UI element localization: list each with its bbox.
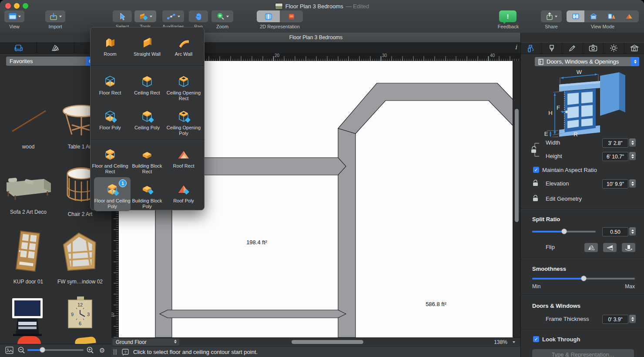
tab-materials[interactable] — [37, 42, 74, 53]
edit-geometry-button[interactable]: Edit Geometry — [546, 195, 582, 202]
view-mode-3d-segment[interactable] — [620, 10, 638, 22]
link-lock-open-icon[interactable] — [530, 141, 541, 159]
frame-thickness-stepper[interactable] — [629, 315, 636, 323]
split-ratio-field[interactable]: 0.50 — [602, 227, 628, 236]
tool-label: Straight Wall — [129, 51, 165, 57]
type-representation-button[interactable]: Type & Representation… — [532, 349, 634, 357]
category-name: Doors, Windows & Openings — [547, 58, 619, 65]
tool-label: Building Block Rect — [129, 163, 165, 175]
inspector-category-dropdown[interactable]: Doors, Windows & Openings — [535, 57, 639, 66]
view-button[interactable] — [4, 10, 24, 22]
pan-button[interactable] — [189, 10, 208, 22]
tab-camera[interactable] — [583, 43, 604, 54]
auxiliaries-button[interactable] — [162, 10, 184, 22]
lock-open-icon[interactable] — [532, 179, 539, 186]
tab-edit-pencil[interactable] — [562, 43, 583, 54]
vertical-scrollbar[interactable] — [513, 61, 520, 337]
view-mode-2d-segment[interactable] — [567, 10, 584, 22]
canvas-bottom-bar: Ground Floor 138% — [111, 337, 520, 347]
partial-thumbnail[interactable] — [17, 336, 41, 344]
zoom-window-button[interactable] — [23, 3, 28, 9]
tool-ceiling-rect[interactable]: Ceiling Rect — [129, 69, 165, 96]
info-icon[interactable]: i — [515, 44, 517, 51]
tab-light[interactable] — [604, 43, 624, 54]
flip-rotate-button[interactable] — [622, 243, 635, 252]
zoom-in-icon[interactable] — [86, 346, 94, 354]
representation-2d-segment[interactable] — [257, 10, 280, 22]
tools-button[interactable] — [134, 10, 156, 22]
width-stepper[interactable] — [629, 138, 636, 147]
lock-open-icon[interactable] — [532, 195, 539, 202]
maintain-aspect-ratio-checkbox[interactable]: ✓ — [533, 167, 539, 173]
view-mode-split-segment[interactable] — [602, 10, 620, 22]
tool-room[interactable]: Room — [92, 30, 128, 57]
inspector-tabs — [521, 42, 644, 54]
tool-roof-rect[interactable]: Roof Rect — [165, 142, 202, 169]
close-window-button[interactable] — [5, 3, 11, 9]
tool-ceiling-opening-poly[interactable]: Ceiling Opening Poly — [165, 104, 202, 136]
slider-thumb[interactable] — [40, 347, 45, 353]
library-item[interactable]: Sofa 2 Art Deco — [1, 164, 55, 215]
tab-building[interactable] — [624, 43, 644, 54]
room-area-label: 586.8 ft² — [426, 301, 446, 307]
height-stepper[interactable] — [629, 152, 636, 160]
ruler-number: 20 — [275, 53, 279, 58]
tool-floor-and-ceiling-rect[interactable]: Floor and Ceiling Rect — [92, 142, 128, 175]
sofa-thumbnail — [2, 164, 54, 205]
tab-furniture[interactable] — [0, 42, 37, 53]
canvas-zoom-level[interactable]: 138% — [494, 339, 507, 345]
zoom-chevron-icon[interactable] — [513, 341, 515, 343]
slider-thumb[interactable] — [581, 276, 587, 281]
width-field[interactable]: 3' 2.8" — [602, 138, 628, 148]
tool-straight-wall[interactable]: Straight Wall — [129, 30, 165, 57]
document-icon — [275, 3, 283, 10]
slider-thumb[interactable] — [561, 229, 567, 234]
select-button[interactable] — [113, 10, 132, 22]
view-button-label: View — [0, 24, 30, 29]
tool-roof-poly[interactable]: Roof Poly — [165, 177, 202, 204]
tab-materials-brush[interactable] — [542, 43, 563, 54]
help-icon[interactable]: ? — [122, 349, 129, 356]
horizontal-scrollbar-thumb[interactable] — [292, 340, 363, 344]
floor-selector[interactable]: Ground Floor — [113, 339, 179, 346]
minimize-window-button[interactable] — [14, 3, 20, 9]
library-collection-dropdown[interactable]: Favorites — [6, 57, 94, 66]
flip-vertical-button[interactable] — [603, 243, 617, 252]
zoom-out-icon[interactable] — [17, 346, 25, 354]
split-ratio-stepper[interactable] — [629, 227, 636, 236]
library-item[interactable]: wood — [1, 99, 55, 150]
tool-floor-rect[interactable]: Floor Rect — [92, 69, 128, 96]
import-button[interactable] — [45, 10, 65, 22]
flip-horizontal-button[interactable] — [584, 243, 598, 252]
tool-building-block-rect[interactable]: Building Block Rect — [129, 142, 165, 175]
elevation-field[interactable]: 10' 9.9" — [602, 179, 628, 189]
share-button[interactable] — [541, 10, 562, 22]
feedback-button[interactable]: ! — [499, 10, 517, 22]
vertical-scrollbar-thumb[interactable] — [515, 109, 519, 222]
grip-icon[interactable] — [114, 349, 117, 355]
look-through-checkbox[interactable]: ✓ — [533, 336, 539, 342]
tool-floor-and-ceiling-poly[interactable]: 1 Floor and Ceiling Poly — [94, 177, 131, 211]
diagram-label-f: F — [557, 104, 560, 111]
height-field[interactable]: 6' 10.7" — [602, 152, 628, 161]
library-item[interactable]: KUP door 01 — [1, 229, 55, 285]
zoom-button[interactable] — [211, 10, 233, 22]
library-item[interactable]: 12369 Wall Clo…ow Wood — [53, 295, 107, 344]
tool-ceiling-poly[interactable]: Ceiling Poly — [129, 104, 165, 131]
tool-arc-wall[interactable]: Arc Wall — [165, 30, 202, 57]
tool-building-block-poly[interactable]: Building Block Poly — [129, 177, 165, 209]
representation-3d-segment[interactable] — [280, 10, 303, 22]
look-through-label: Look Through — [542, 336, 580, 343]
elevation-stepper[interactable] — [629, 179, 636, 188]
view-icon — [8, 13, 17, 20]
gear-icon[interactable]: ⚙ — [99, 347, 105, 354]
frame-thickness-field[interactable]: 0' 3.9" — [602, 315, 628, 324]
tab-object-properties[interactable] — [521, 43, 542, 54]
view-mode-elevation-segment[interactable] — [584, 10, 602, 22]
tool-floor-poly[interactable]: Floor Poly — [92, 104, 128, 131]
tool-ceiling-opening-rect[interactable]: Ceiling Opening Rect — [165, 69, 202, 101]
chevron-down-icon — [226, 16, 229, 17]
library-item[interactable]: FW sym…indow 02 — [53, 229, 107, 285]
tools-icon — [139, 13, 148, 20]
tool-label: Floor and Ceiling Rect — [92, 163, 128, 175]
